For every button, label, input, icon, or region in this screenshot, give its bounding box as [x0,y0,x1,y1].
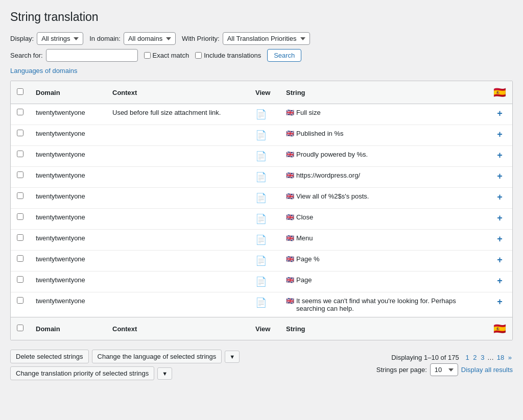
row-string: 🇬🇧 Page % [280,251,487,271]
page-2-link[interactable]: 2 [473,354,477,361]
string-text: 🇬🇧 Menu [286,234,481,242]
row-checkbox[interactable] [17,151,23,157]
display-filter-group: Display: All strings [10,32,83,45]
languages-link[interactable]: Languages of domains [10,67,78,75]
displaying-count: Displaying 1–10 of 175 [391,354,459,361]
search-label: Search for: [10,52,43,59]
doc-icon[interactable]: 📄 [255,277,267,287]
include-translations-checkbox[interactable] [195,52,202,59]
row-string: 🇬🇧 https://wordpress.org/ [280,167,487,188]
pagination-area: Displaying 1–10 of 175 1 2 3 … 18 » Stri… [376,354,513,376]
exact-match-checkbox[interactable] [144,52,151,59]
page-1-link[interactable]: 1 [465,354,469,361]
string-text: 🇬🇧 https://wordpress.org/ [286,171,481,179]
footer-flag: 🇪🇸 [487,317,512,340]
change-priority-button[interactable]: Change translation priority of selected … [10,366,154,380]
add-translation-button[interactable]: + [497,108,503,118]
per-page-select[interactable]: 10 [430,363,458,376]
row-checkbox[interactable] [17,192,23,199]
page-ellipsis: … [487,354,496,361]
domain-select[interactable]: All domains [124,32,176,45]
row-checkbox-cell [11,251,30,271]
page-18-link[interactable]: 18 [497,354,504,361]
add-translation-button[interactable]: + [497,297,503,307]
doc-icon[interactable]: 📄 [255,235,267,245]
search-button[interactable]: Search [267,49,301,62]
per-page-row: Strings per page: 10 Display all results [376,363,513,376]
page-3-link[interactable]: 3 [481,354,484,361]
string-text: 🇬🇧 Proudly powered by %s. [286,151,481,158]
doc-icon[interactable]: 📄 [255,214,267,224]
row-domain: twentytwentyone [30,167,106,188]
table-row: twentytwentyone Used before full size at… [11,104,512,125]
add-translation-button[interactable]: + [497,129,503,139]
add-translation-button[interactable]: + [497,150,503,160]
row-add-cell: + [487,125,512,146]
row-context [106,271,249,292]
row-checkbox[interactable] [17,213,23,220]
row-checkbox-cell [11,125,30,146]
page-title: String translation [10,10,513,24]
table-row: twentytwentyone 📄 🇬🇧 View all of %2$s's … [11,188,512,209]
doc-icon[interactable]: 📄 [255,298,267,308]
include-translations-text: Include translations [204,52,261,59]
search-group: Search for: [10,49,138,62]
select-all-checkbox[interactable] [17,88,23,95]
exact-match-text: Exact match [153,52,189,59]
delete-selected-button[interactable]: Delete selected strings [10,350,89,363]
row-view: 📄 [249,125,280,146]
search-input[interactable] [46,49,138,62]
change-language-dropdown[interactable]: ▼ [225,351,240,363]
add-translation-button[interactable]: + [497,234,503,244]
doc-icon[interactable]: 📄 [255,130,267,140]
add-translation-button[interactable]: + [497,276,503,286]
add-translation-button[interactable]: + [497,255,503,265]
row-string: 🇬🇧 It seems we can't find what you're lo… [280,292,487,317]
priority-select[interactable]: All Translation Priorities [223,32,310,45]
row-checkbox[interactable] [17,109,23,115]
add-translation-button[interactable]: + [497,213,503,223]
display-all-link[interactable]: Display all results [461,366,513,374]
row-view: 📄 [249,292,280,317]
row-view: 📄 [249,230,280,251]
footer-context: Context [106,317,249,340]
row-context [106,230,249,251]
row-checkbox[interactable] [17,255,23,262]
doc-icon[interactable]: 📄 [255,109,267,119]
doc-icon[interactable]: 📄 [255,256,267,266]
string-value: It seems we can't find what you're looki… [296,297,481,312]
row-checkbox[interactable] [17,130,23,136]
row-domain: twentytwentyone [30,271,106,292]
row-string: 🇬🇧 View all of %2$s's posts. [280,188,487,209]
string-text: 🇬🇧 Full size [286,109,481,116]
uk-flag: 🇬🇧 [286,255,294,263]
string-text: 🇬🇧 View all of %2$s's posts. [286,192,481,200]
page-next-link[interactable]: » [508,354,512,361]
change-priority-dropdown[interactable]: ▼ [157,367,172,380]
row-string: 🇬🇧 Page [280,271,487,292]
row-checkbox[interactable] [17,234,23,241]
row-domain: twentytwentyone [30,209,106,230]
row-add-cell: + [487,167,512,188]
row-view: 📄 [249,146,280,167]
change-language-button[interactable]: Change the language of selected strings [92,350,222,363]
doc-icon[interactable]: 📄 [255,172,267,182]
select-all-footer-checkbox[interactable] [17,325,23,331]
doc-icon[interactable]: 📄 [255,193,267,203]
row-context [106,146,249,167]
row-checkbox-cell [11,146,30,167]
include-translations-label[interactable]: Include translations [195,52,261,59]
add-translation-button[interactable]: + [497,192,503,202]
row-string: 🇬🇧 Full size [280,104,487,125]
row-context [106,209,249,230]
table-footer-row: Domain Context View String 🇪🇸 [11,317,512,340]
uk-flag: 🇬🇧 [286,234,294,242]
exact-match-label[interactable]: Exact match [144,52,189,59]
row-checkbox[interactable] [17,297,23,304]
row-context [106,125,249,146]
add-translation-button[interactable]: + [497,171,503,181]
display-select[interactable]: All strings [37,32,83,45]
row-checkbox[interactable] [17,276,23,283]
row-checkbox[interactable] [17,171,23,178]
doc-icon[interactable]: 📄 [255,151,267,161]
